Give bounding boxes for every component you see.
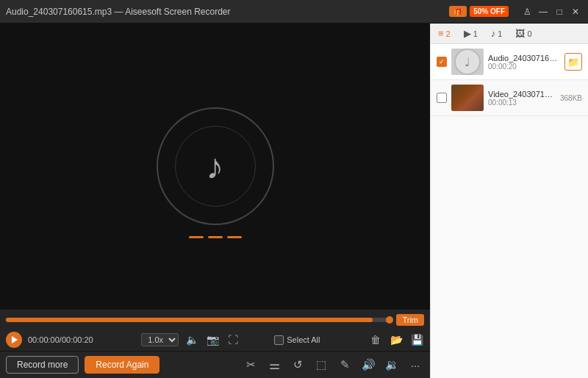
time-display: 00:00:00/00:00:20 [28, 335, 93, 344]
right-panel: ≡ 2 ▶ 1 ♪ 1 🖼 0 ♩ [430, 24, 588, 378]
tab-image-count: 0 [527, 29, 531, 38]
titlebar: Audio_240307160615.mp3 — Aiseesoft Scree… [0, 0, 588, 24]
select-all-area: Select All [274, 335, 320, 345]
bottom-buttons-row: Record more Record Again ✂ ⚌ ↺ ⬚ ✎ 🔊 🔉 ·… [0, 351, 430, 378]
select-all-label: Select All [287, 335, 320, 344]
camera-icon[interactable]: 📷 [205, 332, 220, 347]
file-checkbox-video[interactable] [437, 93, 447, 103]
audio-file-name: Audio_240307160615.mp3 [488, 54, 560, 63]
trim-button[interactable]: Trim [396, 314, 424, 326]
tab-audio-count: 1 [498, 29, 502, 38]
tab-video-count: 1 [473, 29, 478, 38]
video-file-name: Video_240307154314.mp4 [488, 90, 556, 99]
tab-audio[interactable]: ♪ 1 [488, 26, 506, 40]
progress-bar-area: Trim [0, 310, 430, 329]
volume-tool-icon[interactable]: 🔉 [383, 356, 401, 374]
speed-select[interactable]: 1.0x 0.5x 1.5x 2.0x [141, 333, 179, 346]
dash-3 [227, 236, 242, 238]
music-note-icon: ♪ [207, 146, 224, 187]
main-layout: ♪ Trim [0, 24, 588, 378]
close-button[interactable]: ✕ [569, 5, 582, 18]
rotate-tool-icon[interactable]: ↺ [289, 356, 306, 374]
tab-video[interactable]: ▶ 1 [461, 26, 481, 40]
audio-file-duration: 00:00:20 [488, 63, 560, 71]
music-visual: ♪ [157, 107, 274, 225]
left-panel: ♪ Trim [0, 24, 430, 378]
more-tool-icon[interactable]: ··· [406, 356, 424, 374]
save-icon[interactable]: 💾 [409, 332, 424, 347]
adjust-tool-icon[interactable]: ⚌ [265, 356, 283, 374]
dash-2 [208, 236, 223, 238]
folder-open-icon[interactable]: 📂 [389, 332, 404, 347]
tab-image[interactable]: 🖼 0 [512, 26, 534, 40]
audio-tool-icon[interactable]: 🔊 [359, 356, 377, 374]
titlebar-left: Audio_240307160615.mp3 — Aiseesoft Scree… [6, 7, 231, 17]
dash-1 [189, 236, 204, 238]
play-icon [12, 336, 18, 343]
progress-fill [6, 318, 373, 322]
video-file-duration: 00:00:13 [488, 99, 556, 107]
volume-icon[interactable]: 🔈 [184, 332, 199, 347]
file-item-audio[interactable]: ♩ Audio_240307160615.mp3 00:00:20 📁 [431, 44, 588, 80]
audio-folder-button[interactable]: 📁 [564, 53, 582, 71]
cut-tool-icon[interactable]: ✂ [242, 356, 259, 374]
select-all-checkbox[interactable] [274, 335, 284, 345]
audio-thumb-note-icon: ♩ [465, 55, 470, 69]
folder-btn-icon: 📁 [567, 57, 579, 68]
file-checkbox-audio[interactable] [437, 57, 447, 67]
tab-all-icon: ≡ [438, 28, 444, 39]
audio-thumbnail: ♩ [451, 49, 484, 75]
crop-tool-icon[interactable]: ⬚ [312, 356, 330, 374]
tab-all[interactable]: ≡ 2 [435, 26, 453, 40]
minimize-button[interactable]: — [537, 5, 550, 18]
record-again-button[interactable]: Record Again [85, 356, 159, 374]
play-button[interactable] [6, 332, 22, 348]
tabs-row: ≡ 2 ▶ 1 ♪ 1 🖼 0 [431, 24, 588, 44]
record-more-button[interactable]: Record more [6, 356, 79, 374]
user-icon[interactable]: ♙ [520, 5, 534, 18]
titlebar-right: 🎁 50% OFF ♙ — □ ✕ [449, 5, 582, 18]
app-title: Audio_240307160615.mp3 — Aiseesoft Scree… [6, 7, 231, 17]
audio-thumb-circle: ♩ [454, 49, 481, 75]
current-time: 00:00:00 [28, 335, 60, 344]
video-preview-area: ♪ [0, 24, 430, 309]
tab-image-icon: 🖼 [515, 28, 525, 39]
gift-icon[interactable]: 🎁 [449, 6, 467, 17]
tab-video-icon: ▶ [464, 28, 471, 39]
bottom-controls: Trim 00:00:00/00:00:20 1.0x 0.5x 1.5x 2.… [0, 309, 430, 378]
audio-dashes [189, 236, 242, 238]
edit-tool-icon[interactable]: ✎ [336, 356, 354, 374]
discount-badge[interactable]: 50% OFF [470, 6, 509, 17]
audio-file-info: Audio_240307160615.mp3 00:00:20 [488, 54, 560, 71]
tab-all-count: 2 [446, 29, 451, 38]
circle-outer: ♪ [157, 107, 274, 225]
video-file-size: 368KB [560, 94, 582, 102]
circle-inner: ♪ [175, 126, 256, 207]
video-thumb-image [451, 85, 484, 111]
progress-thumb [386, 316, 393, 324]
maximize-button[interactable]: □ [553, 5, 566, 18]
video-file-info: Video_240307154314.mp4 00:00:13 [488, 90, 556, 107]
playback-controls: 00:00:00/00:00:20 1.0x 0.5x 1.5x 2.0x 🔈 … [0, 329, 430, 351]
tab-audio-icon: ♪ [491, 28, 496, 39]
video-thumbnail [451, 85, 484, 111]
total-time: 00:00:20 [62, 335, 93, 344]
delete-icon[interactable]: 🗑 [368, 332, 383, 347]
fullscreen-icon[interactable]: ⛶ [226, 332, 240, 347]
progress-track[interactable] [6, 318, 392, 322]
file-item-video[interactable]: Video_240307154314.mp4 00:00:13 368KB [431, 80, 588, 116]
file-list: ♩ Audio_240307160615.mp3 00:00:20 📁 [431, 44, 588, 378]
